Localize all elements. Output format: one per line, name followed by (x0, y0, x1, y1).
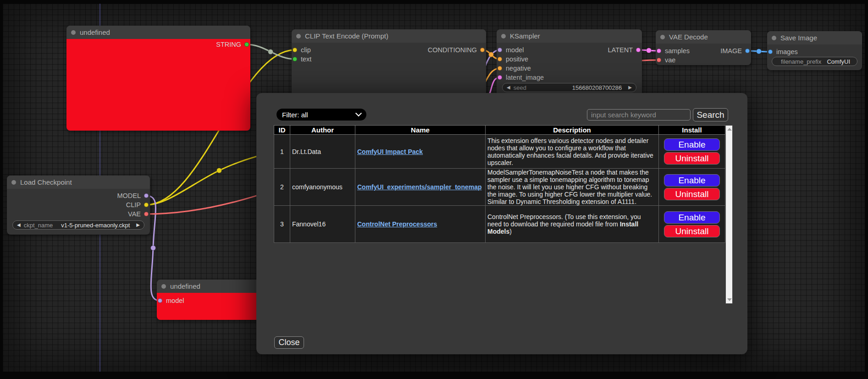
input-label-vae: vae (665, 55, 675, 65)
output-label-string: STRING (216, 40, 241, 49)
table-row: 2 comfyanonymous ComfyUI_experiments/sam… (274, 169, 725, 206)
output-label-latent: LATENT (608, 45, 633, 55)
col-header-author: Author (290, 126, 355, 135)
cell-id: 1 (274, 135, 290, 169)
input-label-positive: positive (506, 55, 528, 64)
extensions-table-container: ID Author Name Description Install 1 Dr.… (274, 125, 733, 304)
output-slot-model[interactable] (144, 193, 149, 198)
table-row: 3 Fannovel16 ControlNet Preprocessors Co… (274, 206, 725, 243)
chevron-down-icon (355, 110, 362, 116)
uninstall-button[interactable]: Uninstall (664, 152, 720, 165)
output-slot-clip[interactable] (144, 203, 149, 207)
output-label-image: IMAGE (720, 46, 742, 55)
filter-select[interactable]: Filter: all (276, 109, 366, 121)
filename-prefix-widget[interactable]: filename_prefix ComfyUI (772, 57, 857, 66)
input-slot-latent-image[interactable] (498, 75, 502, 80)
input-label-clip: clip (301, 45, 311, 55)
input-slot-images[interactable] (768, 49, 773, 54)
cell-description: ModelSamplerTonemapNoiseTest a node that… (486, 169, 659, 206)
custom-nodes-manager-dialog: Filter: all Search ID Author Name Descri… (256, 93, 747, 354)
input-label-negative: negative (506, 64, 531, 73)
input-slot-model[interactable] (158, 298, 162, 303)
col-header-install: Install (659, 126, 725, 135)
search-input[interactable] (587, 109, 691, 121)
close-button[interactable]: Close (274, 336, 304, 349)
error-node-body (66, 39, 250, 131)
input-label-images: images (776, 47, 798, 56)
increment-arrow-icon[interactable]: ▶ (628, 83, 632, 92)
cell-author: Fannovel16 (290, 206, 355, 243)
output-label-conditioning: CONDITIONING (428, 45, 477, 55)
uninstall-button[interactable]: Uninstall (664, 225, 720, 237)
node-title: CLIP Text Encode (Prompt) (305, 32, 388, 40)
output-slot-image[interactable] (745, 49, 750, 53)
node-status-dot (161, 284, 166, 289)
output-slot-string[interactable] (244, 42, 249, 47)
node-vae-decode[interactable]: VAE Decode samples vae IMAGE (656, 30, 751, 65)
table-scrollbar[interactable] (725, 125, 733, 304)
output-slot-vae[interactable] (144, 212, 149, 216)
input-label-text: text (301, 55, 311, 64)
node-status-dot (296, 34, 301, 38)
enable-button[interactable]: Enable (664, 211, 720, 224)
extension-link[interactable]: ComfyUI_experiments/sampler_tonemap (357, 183, 482, 191)
cell-description: This extension offers various detector n… (486, 135, 659, 169)
node-status-dot (71, 30, 76, 35)
output-label-model: MODEL (117, 191, 141, 200)
node-status-dot (11, 180, 16, 185)
previous-arrow-icon[interactable]: ◀ (17, 220, 21, 230)
node-save-image[interactable]: Save Image images filename_prefix ComfyU… (767, 31, 862, 70)
node-status-dot (660, 35, 665, 39)
widget-value: 156680208700286 (572, 84, 622, 91)
decrement-arrow-icon[interactable]: ◀ (507, 83, 510, 92)
input-slot-vae[interactable] (657, 58, 661, 62)
cell-id: 2 (274, 169, 290, 206)
widget-label: seed (514, 84, 526, 91)
node-status-dot (501, 34, 506, 38)
node-title: KSampler (510, 32, 540, 40)
node-title: undefined (80, 28, 110, 36)
node-load-checkpoint[interactable]: Load Checkpoint MODEL CLIP VAE ◀ ckpt_na… (7, 176, 150, 235)
input-slot-samples[interactable] (657, 49, 661, 53)
node-title: Save Image (780, 34, 817, 42)
scrollbar-down-icon[interactable] (727, 298, 732, 301)
table-header-row: ID Author Name Description Install (274, 126, 725, 135)
seed-widget[interactable]: ◀ seed 156680208700286 ▶ (502, 83, 636, 92)
scrollbar-up-icon[interactable] (727, 128, 732, 131)
col-header-name: Name (355, 126, 486, 135)
input-slot-clip[interactable] (293, 48, 297, 52)
input-label-model: model (166, 296, 184, 305)
input-label-samples: samples (665, 46, 690, 55)
node-undefined-bottom[interactable]: undefined model (157, 280, 262, 320)
output-slot-latent[interactable] (636, 48, 641, 52)
table-row: 1 Dr.Lt.Data ComfyUI Impact Pack This ex… (274, 135, 725, 169)
next-arrow-icon[interactable]: ▶ (136, 220, 140, 230)
ckpt-name-widget[interactable]: ◀ ckpt_name v1-5-pruned-emaonly.ckpt ▶ (12, 220, 144, 230)
output-slot-conditioning[interactable] (480, 48, 485, 52)
extension-link[interactable]: ControlNet Preprocessors (357, 220, 437, 228)
col-header-description: Description (486, 126, 659, 135)
filter-select-value: Filter: all (282, 111, 308, 119)
uninstall-button[interactable]: Uninstall (664, 188, 720, 200)
cell-author: Dr.Lt.Data (290, 135, 355, 169)
widget-value: ComfyUI (827, 58, 850, 65)
input-slot-text[interactable] (293, 57, 297, 61)
cell-author: comfyanonymous (290, 169, 355, 206)
input-label-latent-image: latent_image (506, 73, 544, 82)
input-slot-negative[interactable] (498, 66, 502, 71)
widget-label: ckpt_name (24, 222, 53, 229)
widget-label: filename_prefix (781, 58, 821, 65)
input-label-model: model (506, 45, 524, 55)
input-slot-positive[interactable] (498, 57, 502, 61)
search-button[interactable]: Search (693, 108, 728, 121)
node-undefined-top[interactable]: undefined STRING (66, 26, 250, 131)
input-slot-model[interactable] (498, 48, 502, 52)
node-title: undefined (170, 282, 200, 290)
col-header-id: ID (274, 126, 290, 135)
extension-link[interactable]: ComfyUI Impact Pack (357, 148, 423, 155)
enable-button[interactable]: Enable (664, 174, 720, 187)
extensions-table: ID Author Name Description Install 1 Dr.… (274, 125, 725, 243)
cell-description: ControlNet Preprocessors. (To use this e… (486, 206, 659, 243)
output-label-clip: CLIP (126, 200, 141, 209)
enable-button[interactable]: Enable (664, 138, 720, 151)
